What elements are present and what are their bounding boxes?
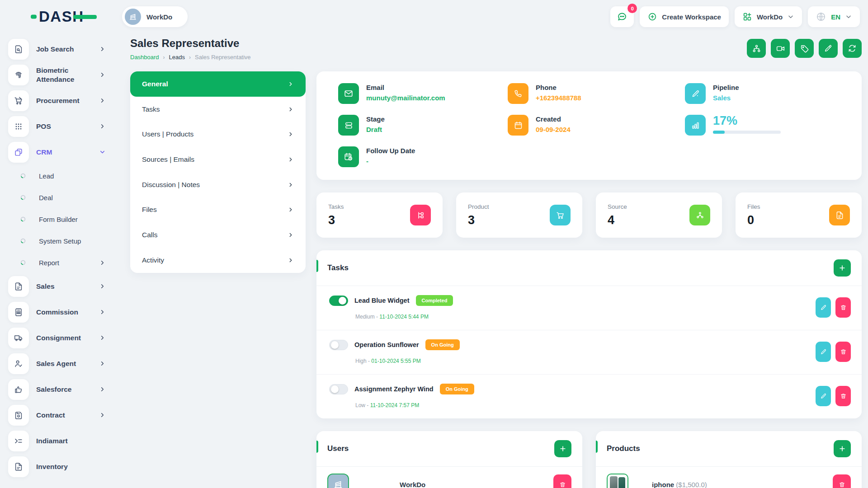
create-workspace-button[interactable]: Create Workspace (640, 6, 729, 27)
chevron-right-icon (288, 182, 294, 188)
tab-files[interactable]: Files (130, 197, 306, 222)
product-count: 3 (468, 213, 489, 227)
dash-logo[interactable]: DASH (8, 8, 122, 25)
tab-tasks[interactable]: Tasks (130, 97, 306, 122)
stage-value: Draft (366, 126, 385, 133)
lead-detail-menu: General Tasks Users | Products Sources |… (130, 71, 306, 273)
sidebar-item-contract[interactable]: Contract (8, 402, 118, 428)
task-complete-toggle[interactable] (329, 384, 348, 394)
page-title: Sales Representative (130, 37, 251, 50)
sidebar-subitem-system-setup[interactable]: System Setup (8, 230, 118, 252)
meeting-video-button[interactable] (771, 39, 790, 58)
tab-discussion-notes[interactable]: Discussion | Notes (130, 172, 306, 197)
workspace-name: WorkDo (146, 13, 172, 21)
sidebar-item-sales-agent[interactable]: Sales Agent (8, 351, 118, 376)
workspace-switcher-pill[interactable]: WorkDo (122, 6, 188, 27)
remove-product-button[interactable] (833, 474, 851, 488)
tab-activity[interactable]: Activity (130, 248, 306, 273)
chevron-right-icon (99, 412, 106, 418)
edit-task-button[interactable] (816, 342, 831, 362)
products-section-title: Products (607, 444, 640, 453)
workspace-dropdown[interactable]: WorkDo (735, 6, 802, 27)
info-progress: 17% (685, 115, 848, 136)
stat-cards: Tasks 3 Product 3 Sour (316, 192, 862, 238)
chevron-right-icon: › (189, 54, 191, 61)
sidebar-subitem-deal[interactable]: Deal (8, 187, 118, 208)
remove-user-button[interactable] (553, 474, 571, 488)
sitemap-icon (752, 44, 761, 53)
labels-sitemap-button[interactable] (747, 39, 766, 58)
trash-icon (839, 481, 845, 488)
trash-icon (559, 481, 566, 488)
breadcrumb-leads[interactable]: Leads (169, 54, 185, 61)
tab-sources-emails[interactable]: Sources | Emails (130, 147, 306, 172)
task-complete-toggle[interactable] (329, 340, 348, 350)
tab-users-products[interactable]: Users | Products (130, 122, 306, 147)
sidebar-item-indiamart[interactable]: Indiamart (8, 428, 118, 454)
add-product-button[interactable] (834, 440, 851, 457)
sidebar-item-procurement[interactable]: Procurement (8, 88, 118, 113)
trash-icon (840, 348, 847, 355)
delete-task-button[interactable] (835, 342, 851, 362)
bullet-icon (20, 194, 26, 201)
pencil-icon (820, 304, 827, 311)
delete-task-button[interactable] (835, 386, 851, 406)
sidebar: Job Search Biometric Attendance Procurem… (0, 29, 118, 488)
sidebar-subitem-form-builder[interactable]: Form Builder (8, 208, 118, 230)
task-complete-toggle[interactable] (329, 296, 348, 306)
section-accent-bar (316, 441, 318, 453)
labels-tag-button[interactable] (795, 39, 814, 58)
sidebar-item-consignment[interactable]: Consignment (8, 325, 118, 351)
grid-dots-icon (8, 116, 29, 137)
follow-up-value: - (366, 157, 415, 165)
sidebar-item-sales[interactable]: Sales (8, 273, 118, 299)
chevron-right-icon (99, 259, 106, 266)
sidebar-item-commission[interactable]: Commission (8, 299, 118, 325)
edit-task-button[interactable] (816, 386, 831, 406)
sidebar-item-job-search[interactable]: Job Search (8, 36, 118, 62)
messages-button[interactable]: 0 (610, 6, 634, 27)
add-task-button[interactable] (834, 259, 851, 277)
sidebar-subitem-lead[interactable]: Lead (8, 165, 118, 187)
edit-lead-button[interactable] (819, 39, 838, 58)
delete-task-button[interactable] (835, 297, 851, 318)
lead-progress-percent: 17% (713, 115, 781, 127)
product-row: iphone ($1,500.0) (596, 467, 862, 488)
edit-task-button[interactable] (816, 297, 831, 318)
lead-progress-bar[interactable] (713, 131, 781, 134)
info-phone: Phone +16239488788 (508, 83, 685, 104)
sidebar-item-biometric-attendance[interactable]: Biometric Attendance (8, 62, 118, 88)
create-workspace-label: Create Workspace (662, 13, 721, 21)
chevron-right-icon: › (163, 54, 165, 61)
sidebar-item-pos[interactable]: POS (8, 113, 118, 139)
thumbs-up-icon (8, 379, 29, 400)
add-user-button[interactable] (554, 440, 571, 457)
sidebar-item-inventory[interactable]: Inventory (8, 454, 118, 479)
file-icon (8, 456, 29, 477)
breadcrumb-dashboard[interactable]: Dashboard (130, 54, 159, 61)
calculator-icon (8, 302, 29, 323)
sidebar-item-salesforce[interactable]: Salesforce (8, 376, 118, 402)
product-name-price: iphone ($1,500.0) (652, 481, 707, 488)
convert-to-deal-button[interactable] (843, 39, 862, 58)
pipeline-value: Sales (713, 94, 739, 102)
users-section-title: Users (327, 444, 349, 453)
file-icon (829, 205, 850, 225)
phone-icon (508, 83, 528, 104)
envelope-icon (338, 83, 359, 104)
tab-general[interactable]: General (130, 71, 306, 97)
task-row: Lead Blue Widget Completed Medium - 11-1… (316, 286, 862, 330)
language-dropdown[interactable]: EN (808, 6, 860, 27)
calendar-clock-icon (338, 146, 359, 167)
chevron-right-icon (99, 71, 106, 78)
sidebar-subitem-report[interactable]: Report (8, 252, 118, 273)
chevron-right-icon (99, 46, 106, 52)
source-count: 4 (608, 213, 627, 227)
bullet-icon (20, 259, 26, 266)
tab-calls[interactable]: Calls (130, 222, 306, 248)
sidebar-item-crm[interactable]: CRM (8, 139, 118, 165)
created-value: 09-09-2024 (536, 126, 571, 133)
email-value: munuty@mailinator.com (366, 94, 445, 102)
avatar (327, 474, 349, 488)
trash-icon (840, 304, 847, 311)
